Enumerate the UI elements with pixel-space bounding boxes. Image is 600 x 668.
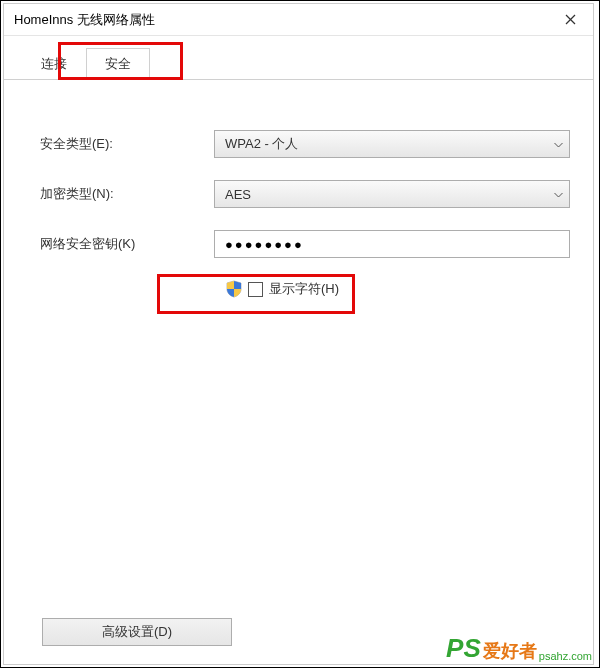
tab-security[interactable]: 安全 <box>86 48 150 80</box>
select-security-type-value: WPA2 - 个人 <box>225 135 298 153</box>
chevron-down-icon <box>554 139 563 150</box>
tab-security-label: 安全 <box>105 56 131 71</box>
tab-strip: 连接 安全 <box>4 50 593 80</box>
row-show-chars: 显示字符(H) <box>226 280 575 298</box>
advanced-settings-button[interactable]: 高级设置(D) <box>42 618 232 646</box>
label-encryption-type: 加密类型(N): <box>40 185 214 203</box>
shield-icon <box>226 280 242 298</box>
row-network-key: 网络安全密钥(K) ●●●●●●●● <box>40 230 575 258</box>
tab-connection-label: 连接 <box>41 56 67 71</box>
advanced-settings-label: 高级设置(D) <box>102 623 172 641</box>
chevron-down-icon <box>554 189 563 200</box>
input-network-key[interactable]: ●●●●●●●● <box>214 230 570 258</box>
window-title: HomeInns 无线网络属性 <box>14 11 155 29</box>
close-button[interactable] <box>547 4 593 36</box>
checkbox-show-chars[interactable] <box>248 282 263 297</box>
select-encryption-type[interactable]: AES <box>214 180 570 208</box>
select-security-type[interactable]: WPA2 - 个人 <box>214 130 570 158</box>
select-encryption-type-value: AES <box>225 187 251 202</box>
dialog-window: HomeInns 无线网络属性 连接 安全 安全类型(E): WPA2 - 个人 <box>3 3 594 665</box>
row-encryption-type: 加密类型(N): AES <box>40 180 575 208</box>
titlebar: HomeInns 无线网络属性 <box>4 4 593 36</box>
content-area: 安全类型(E): WPA2 - 个人 加密类型(N): AES 网络安全密钥(K… <box>4 80 593 316</box>
input-network-key-value: ●●●●●●●● <box>225 237 304 252</box>
row-security-type: 安全类型(E): WPA2 - 个人 <box>40 130 575 158</box>
close-icon <box>565 14 576 25</box>
label-show-chars: 显示字符(H) <box>269 280 339 298</box>
tab-connection[interactable]: 连接 <box>22 48 86 80</box>
label-security-type: 安全类型(E): <box>40 135 214 153</box>
label-network-key: 网络安全密钥(K) <box>40 235 214 253</box>
